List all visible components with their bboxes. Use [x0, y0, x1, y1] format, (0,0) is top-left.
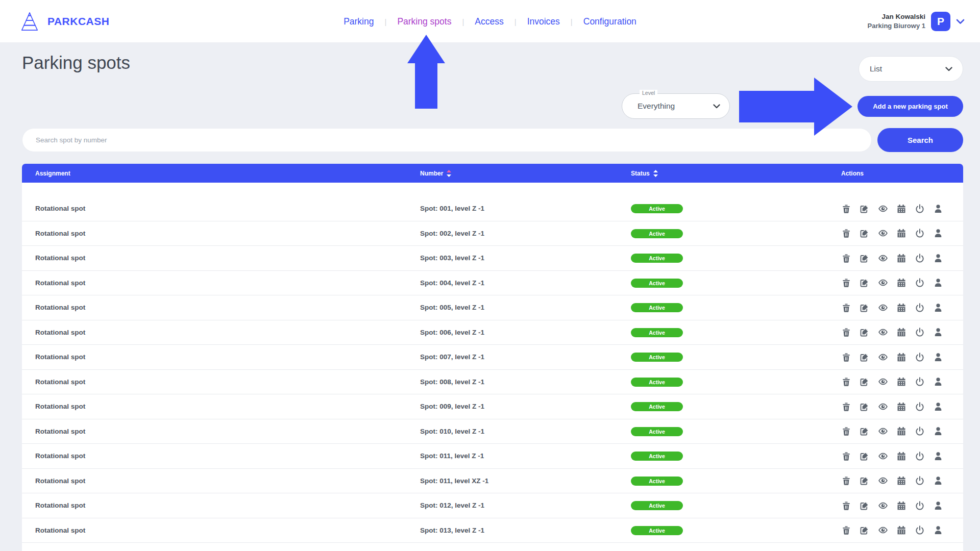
eye-icon[interactable]: [878, 228, 888, 238]
edit-icon[interactable]: [860, 402, 870, 412]
person-icon[interactable]: [933, 377, 943, 387]
edit-icon[interactable]: [860, 475, 870, 486]
person-icon[interactable]: [933, 402, 943, 412]
nav-item-configuration[interactable]: Configuration: [583, 13, 636, 30]
edit-icon[interactable]: [860, 352, 870, 362]
person-icon[interactable]: [933, 475, 943, 486]
calendar-icon[interactable]: [896, 525, 906, 535]
person-icon[interactable]: [933, 253, 943, 263]
calendar-icon[interactable]: [896, 402, 906, 412]
calendar-icon[interactable]: [896, 451, 906, 461]
calendar-icon[interactable]: [896, 500, 906, 511]
person-icon[interactable]: [933, 228, 943, 238]
right-arrow-annotation: [739, 78, 852, 136]
edit-icon[interactable]: [860, 253, 870, 263]
eye-icon[interactable]: [878, 451, 888, 461]
eye-icon[interactable]: [878, 402, 888, 412]
person-icon[interactable]: [933, 278, 943, 288]
power-icon[interactable]: [915, 253, 925, 263]
edit-icon[interactable]: [860, 204, 870, 214]
power-icon[interactable]: [915, 451, 925, 461]
trash-icon[interactable]: [841, 352, 851, 362]
level-filter-select[interactable]: Level Everything: [622, 93, 730, 119]
eye-icon[interactable]: [878, 525, 888, 535]
column-header-number[interactable]: Number: [420, 170, 631, 177]
user-menu[interactable]: Jan Kowalski Parking Biurowy 1 P: [868, 0, 965, 43]
trash-icon[interactable]: [841, 377, 851, 387]
edit-icon[interactable]: [860, 451, 870, 461]
trash-icon[interactable]: [841, 426, 851, 436]
eye-icon[interactable]: [878, 426, 888, 436]
power-icon[interactable]: [915, 303, 925, 313]
eye-icon[interactable]: [878, 204, 888, 214]
eye-icon[interactable]: [878, 377, 888, 387]
eye-icon[interactable]: [878, 500, 888, 511]
edit-icon[interactable]: [860, 327, 870, 337]
eye-icon[interactable]: [878, 352, 888, 362]
power-icon[interactable]: [915, 475, 925, 486]
person-icon[interactable]: [933, 426, 943, 436]
add-parking-spot-button[interactable]: Add a new parking spot: [857, 96, 963, 117]
edit-icon[interactable]: [860, 426, 870, 436]
edit-icon[interactable]: [860, 303, 870, 313]
edit-icon[interactable]: [860, 278, 870, 288]
view-mode-select[interactable]: List: [859, 56, 963, 82]
eye-icon[interactable]: [878, 475, 888, 486]
trash-icon[interactable]: [841, 500, 851, 511]
nav-item-invoices[interactable]: Invoices: [527, 13, 560, 30]
calendar-icon[interactable]: [896, 426, 906, 436]
power-icon[interactable]: [915, 228, 925, 238]
person-icon[interactable]: [933, 327, 943, 337]
power-icon[interactable]: [915, 377, 925, 387]
eye-icon[interactable]: [878, 278, 888, 288]
power-icon[interactable]: [915, 525, 925, 535]
calendar-icon[interactable]: [896, 204, 906, 214]
eye-icon[interactable]: [878, 327, 888, 337]
person-icon[interactable]: [933, 451, 943, 461]
trash-icon[interactable]: [841, 204, 851, 214]
status-cell: Active: [631, 476, 841, 486]
edit-icon[interactable]: [860, 525, 870, 535]
calendar-icon[interactable]: [896, 352, 906, 362]
edit-icon[interactable]: [860, 500, 870, 511]
power-icon[interactable]: [915, 327, 925, 337]
trash-icon[interactable]: [841, 253, 851, 263]
calendar-icon[interactable]: [896, 278, 906, 288]
edit-icon[interactable]: [860, 228, 870, 238]
trash-icon[interactable]: [841, 278, 851, 288]
person-icon[interactable]: [933, 500, 943, 511]
power-icon[interactable]: [915, 402, 925, 412]
power-icon[interactable]: [915, 204, 925, 214]
person-icon[interactable]: [933, 204, 943, 214]
trash-icon[interactable]: [841, 475, 851, 486]
power-icon[interactable]: [915, 500, 925, 511]
eye-icon[interactable]: [878, 303, 888, 313]
nav-item-parking-spots[interactable]: Parking spots: [397, 13, 451, 30]
calendar-icon[interactable]: [896, 228, 906, 238]
trash-icon[interactable]: [841, 228, 851, 238]
calendar-icon[interactable]: [896, 303, 906, 313]
power-icon[interactable]: [915, 278, 925, 288]
trash-icon[interactable]: [841, 525, 851, 535]
chevron-down-icon[interactable]: [956, 19, 965, 24]
trash-icon[interactable]: [841, 451, 851, 461]
eye-icon[interactable]: [878, 253, 888, 263]
brand-logo[interactable]: PARKCASH: [19, 0, 109, 43]
person-icon[interactable]: [933, 303, 943, 313]
power-icon[interactable]: [915, 352, 925, 362]
trash-icon[interactable]: [841, 402, 851, 412]
person-icon[interactable]: [933, 352, 943, 362]
column-header-status[interactable]: Status: [631, 170, 841, 177]
search-button[interactable]: Search: [877, 128, 963, 152]
nav-item-parking[interactable]: Parking: [344, 13, 374, 30]
person-icon[interactable]: [933, 525, 943, 535]
edit-icon[interactable]: [860, 377, 870, 387]
nav-item-access[interactable]: Access: [475, 13, 503, 30]
power-icon[interactable]: [915, 426, 925, 436]
calendar-icon[interactable]: [896, 475, 906, 486]
calendar-icon[interactable]: [896, 377, 906, 387]
trash-icon[interactable]: [841, 327, 851, 337]
calendar-icon[interactable]: [896, 253, 906, 263]
trash-icon[interactable]: [841, 303, 851, 313]
calendar-icon[interactable]: [896, 327, 906, 337]
